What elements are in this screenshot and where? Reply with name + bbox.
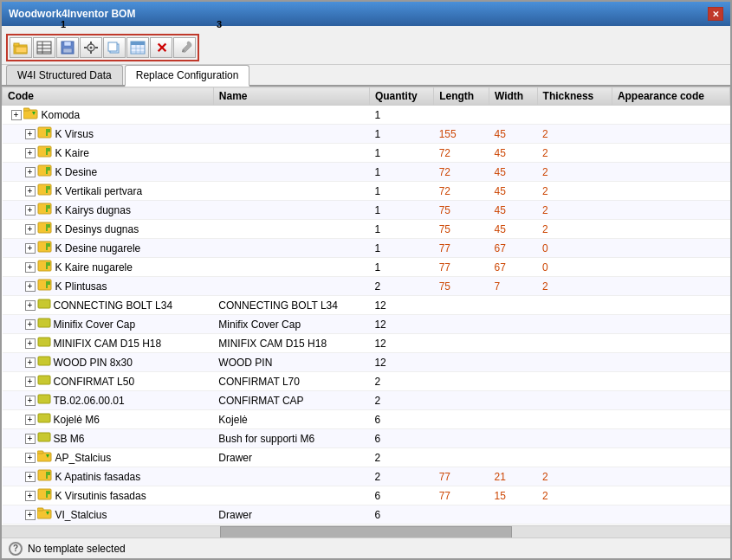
horizontal-scrollbar[interactable] <box>2 525 730 537</box>
expand-icon[interactable]: + <box>25 396 36 406</box>
expand-icon[interactable]: + <box>25 434 36 444</box>
expand-icon[interactable]: + <box>25 357 36 368</box>
table-row[interactable]: + K Desine172452 <box>3 163 730 182</box>
col-width[interactable]: Width <box>489 87 537 106</box>
cell-appearance <box>612 277 729 296</box>
expand-icon[interactable]: + <box>25 491 36 501</box>
col-length[interactable]: Length <box>434 87 489 106</box>
copy-button[interactable] <box>103 37 126 58</box>
open-folder-button[interactable] <box>10 37 32 58</box>
cell-length: 77 <box>434 486 489 505</box>
expand-icon[interactable]: + <box>25 186 36 196</box>
col-code[interactable]: Code <box>3 87 214 106</box>
table-row[interactable]: + CONFIRMAT L50CONFIRMAT L702 <box>3 372 730 391</box>
expand-icon[interactable]: + <box>25 243 36 254</box>
scrollbar-track[interactable] <box>2 526 730 538</box>
cell-qty: 1 <box>369 182 433 201</box>
cell-name: Drawer <box>213 448 369 467</box>
table-row[interactable]: + WOOD PIN 8x30WOOD PIN12 <box>3 353 730 372</box>
col-appearance[interactable]: Appearance code <box>612 87 729 106</box>
label-1: 1 <box>61 19 66 29</box>
table-row[interactable]: + MINIFIX CAM D15 H18MINIFIX CAM D15 H18… <box>3 334 730 353</box>
table-row[interactable]: + K Desinys dugnas175452 <box>3 220 730 239</box>
tab-replace-configuration[interactable]: Replace Configuration <box>125 65 250 87</box>
cell-length: 72 <box>434 163 489 182</box>
close-button[interactable]: ✕ <box>708 7 723 21</box>
table-row[interactable]: + K Virsutinis fasadas677152 <box>3 486 730 505</box>
cell-thickness: 2 <box>537 467 612 486</box>
grid-button[interactable] <box>33 37 55 58</box>
cell-thickness <box>537 448 612 467</box>
cell-qty: 1 <box>369 239 433 258</box>
col-thickness[interactable]: Thickness <box>537 87 612 106</box>
expand-icon[interactable]: + <box>25 167 36 177</box>
tab-w4i[interactable]: W4I Structured Data <box>6 65 123 85</box>
expand-icon[interactable]: + <box>25 148 36 158</box>
expand-icon[interactable]: + <box>25 129 36 139</box>
table-header-row: Code Name Quantity Length Width Thicknes… <box>3 87 730 106</box>
table-row[interactable]: + K Kaire172452 <box>3 144 730 163</box>
cell-name: CONNECTING BOLT L34 <box>213 296 369 315</box>
expand-icon[interactable]: + <box>25 472 36 482</box>
excel-button[interactable]: ✕ <box>150 37 172 58</box>
table-row[interactable]: + TB.02.06.00.01CONFIRMAT CAP2 <box>3 391 730 410</box>
expand-icon[interactable]: + <box>25 453 36 463</box>
cell-length <box>434 505 489 525</box>
table-row[interactable]: + Komoda1 <box>3 106 730 125</box>
cell-appearance <box>612 220 729 239</box>
content-area: Code Name Quantity Length Width Thicknes… <box>2 87 730 537</box>
cell-appearance <box>612 182 729 201</box>
expand-icon[interactable]: + <box>25 205 36 216</box>
cell-width <box>489 334 537 353</box>
expand-icon[interactable]: + <box>25 377 36 387</box>
table-container[interactable]: Code Name Quantity Length Width Thicknes… <box>2 87 730 525</box>
svg-rect-13 <box>90 42 92 44</box>
cell-length: 72 <box>434 144 489 163</box>
scrollbar-thumb[interactable] <box>220 526 511 538</box>
cell-qty: 2 <box>369 391 433 410</box>
svg-rect-52 <box>38 395 50 403</box>
svg-rect-15 <box>84 47 87 48</box>
cell-qty: 12 <box>369 315 433 334</box>
table-row[interactable]: + K Desine nugarele177670 <box>3 239 730 258</box>
expand-icon[interactable]: + <box>25 224 36 235</box>
table-row[interactable]: + K Plintusas27572 <box>3 277 730 296</box>
table-row[interactable]: + K Virsus1155452 <box>3 125 730 144</box>
cell-width <box>489 372 537 391</box>
cell-thickness <box>537 315 612 334</box>
table-row[interactable]: + AP_StalciusDrawer2 <box>3 448 730 467</box>
table-row[interactable]: + K Vertikali pertvara172452 <box>3 182 730 201</box>
table-row[interactable]: + Minifix Cover CapMinifix Cover Cap12 <box>3 315 730 334</box>
wrench-button[interactable] <box>173 37 196 58</box>
expand-icon[interactable]: + <box>25 262 36 273</box>
cell-qty: 2 <box>369 277 433 296</box>
col-name[interactable]: Name <box>213 87 369 106</box>
table-row[interactable]: + K Kairys dugnas175452 <box>3 201 730 220</box>
save-button[interactable] <box>56 37 79 58</box>
cell-code: + K Plintusas <box>3 277 214 296</box>
expand-icon[interactable]: + <box>25 300 36 311</box>
cell-qty: 1 <box>369 163 433 182</box>
settings-button[interactable] <box>80 37 102 58</box>
table-row[interactable]: + CONNECTING BOLT L34CONNECTING BOLT L34… <box>3 296 730 315</box>
toolbar: ✕ <box>2 31 730 65</box>
expand-icon[interactable]: + <box>11 110 22 120</box>
cell-qty: 2 <box>369 372 433 391</box>
table-button[interactable] <box>126 37 149 58</box>
cell-code: + K Kaire <box>3 144 214 163</box>
expand-icon[interactable]: + <box>25 319 36 330</box>
table-row[interactable]: + Kojelė M6Kojelė6 <box>3 410 730 429</box>
expand-icon[interactable]: + <box>25 510 36 520</box>
cell-thickness <box>537 353 612 372</box>
table-row[interactable]: + K Kaire nugarele177670 <box>3 258 730 277</box>
table-row[interactable]: + K Apatinis fasadas277212 <box>3 467 730 486</box>
svg-rect-9 <box>64 42 71 46</box>
expand-icon[interactable]: + <box>25 338 36 349</box>
cell-appearance <box>612 296 729 315</box>
cell-name <box>213 258 369 277</box>
expand-icon[interactable]: + <box>25 281 36 292</box>
col-quantity[interactable]: Quantity <box>369 87 433 106</box>
expand-icon[interactable]: + <box>25 415 36 425</box>
table-row[interactable]: + VI_StalciusDrawer6 <box>3 505 730 525</box>
table-row[interactable]: + SB M6Bush for supporti M66 <box>3 429 730 448</box>
